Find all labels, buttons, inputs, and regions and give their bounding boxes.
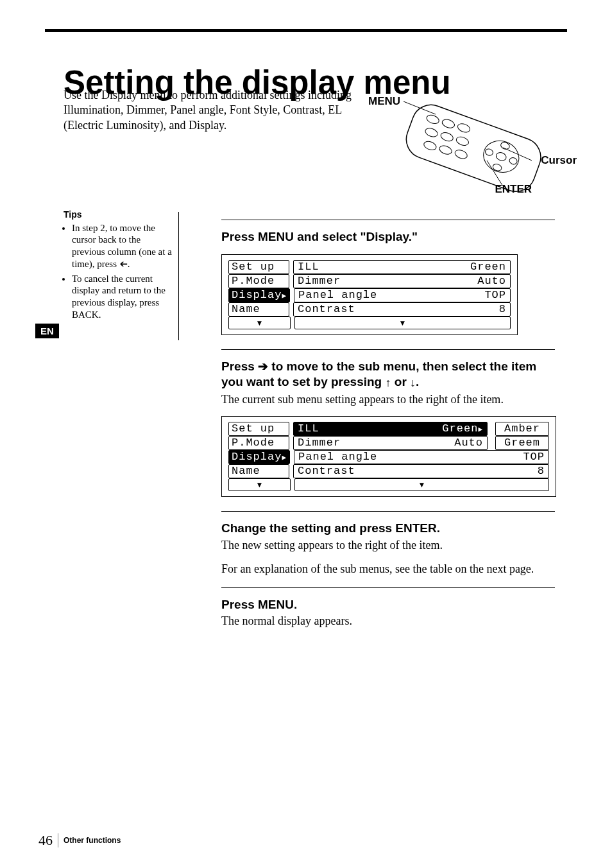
- language-badge: EN: [35, 324, 59, 338]
- step3-body2: For an explanation of the sub menus, see…: [221, 562, 555, 577]
- step3-heading: Change the setting and press ENTER.: [221, 521, 555, 537]
- lcd-left-selected: Display▶: [228, 450, 290, 464]
- svg-rect-0: [401, 100, 546, 197]
- column-divider: [178, 212, 179, 340]
- lcd-left: Name: [228, 464, 289, 478]
- footer-section: Other functions: [64, 836, 121, 845]
- lcd-left: Set up: [228, 422, 289, 436]
- lcd-line-selected: ILLGreen▶: [293, 422, 488, 436]
- remote-label-enter: ENTER: [495, 183, 532, 196]
- step2-body: The current sub menu setting appears to …: [221, 392, 555, 407]
- lcd-line: Panel angleTOP: [294, 288, 511, 302]
- scroll-down-right-icon: ▼: [294, 478, 549, 491]
- step4-heading: Press MENU.: [221, 597, 555, 613]
- steps-column: Press MENU and select "Display." Set up …: [221, 212, 555, 629]
- step-rule-4: [221, 587, 555, 588]
- step4-body: The normal display appears.: [221, 614, 555, 629]
- step1-heading: Press MENU and select "Display.": [221, 229, 555, 245]
- lcd-left-selected: Display▶: [228, 288, 290, 302]
- top-rule: [45, 29, 567, 32]
- tips-heading: Tips: [64, 209, 173, 221]
- page-footer: 46 Other functions: [38, 832, 121, 849]
- tip-item-2: To cancel the current display and return…: [72, 273, 173, 321]
- tips-column: Tips In step 2, to move the cursor back …: [64, 209, 173, 324]
- lcd-extra: Amber: [495, 422, 549, 436]
- step3-body: The new setting appears to the right of …: [221, 538, 555, 553]
- step-rule-3: [221, 511, 555, 512]
- up-arrow-icon: ↑: [386, 376, 391, 390]
- scroll-down-right-icon: ▼: [294, 317, 511, 329]
- right-arrow-icon: ➔: [258, 360, 268, 373]
- remote-label-menu: MENU: [368, 95, 400, 108]
- lcd-left: Set up: [228, 260, 289, 274]
- lcd-line: DimmerAuto: [293, 436, 488, 450]
- down-arrow-icon: ↓: [410, 376, 416, 390]
- lcd-line: ILLGreen: [293, 260, 511, 274]
- lcd-left: Name: [228, 302, 289, 317]
- lcd-line: Panel angleTOP: [294, 450, 549, 464]
- lcd-line: DimmerAuto: [293, 274, 511, 288]
- back-arrow-icon: ➔: [119, 258, 128, 270]
- lcd-left: P.Mode: [228, 436, 289, 450]
- page: EN Setting the display menu Use the Disp…: [0, 0, 612, 868]
- remote-label-cursor: Cursor: [541, 154, 577, 167]
- step2-lcd: Set up ILLGreen▶ Amber P.Mode DimmerAuto…: [221, 416, 556, 497]
- lcd-left: P.Mode: [228, 274, 289, 288]
- scroll-down-left-icon: ▼: [228, 478, 291, 491]
- step1-lcd: Set up ILLGreen P.Mode DimmerAuto Displa…: [221, 254, 518, 335]
- tip-item-1: In step 2, to move the cursor back to th…: [72, 222, 173, 270]
- footer-divider: [58, 833, 58, 847]
- lcd-line: Contrast8: [293, 302, 511, 317]
- remote-illustration: MENU Cursor ENTER: [368, 90, 561, 212]
- lcd-line: Contrast8: [293, 464, 549, 478]
- step2-heading: Press ➔ to move to the sub menu, then se…: [221, 359, 555, 391]
- lcd-extra: Greem: [495, 436, 549, 450]
- tips-list: In step 2, to move the cursor back to th…: [64, 222, 173, 321]
- step-rule-2: [221, 349, 555, 350]
- page-number: 46: [38, 832, 53, 849]
- step-rule-1: [221, 220, 555, 220]
- intro-paragraph: Use the Display menu to perform addition…: [64, 88, 365, 133]
- scroll-down-left-icon: ▼: [228, 317, 291, 329]
